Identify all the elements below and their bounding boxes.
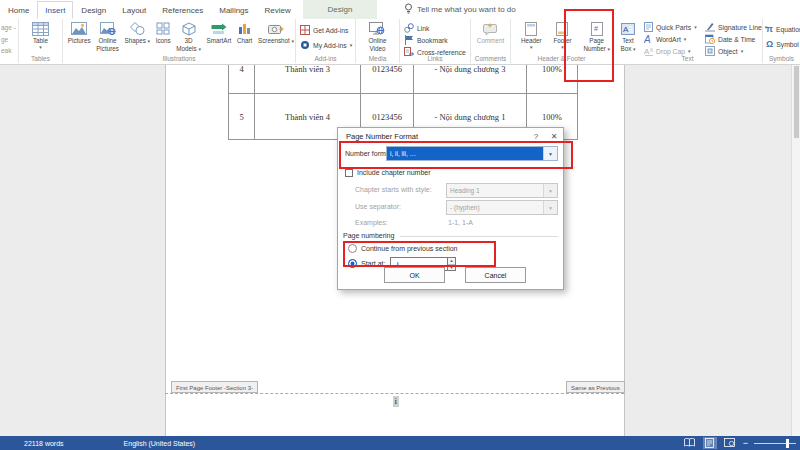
dropdown-arrow-icon: ▾	[530, 45, 533, 50]
smartart-button[interactable]: SmartArt	[207, 21, 232, 45]
tab-layout[interactable]: Layout	[114, 1, 154, 19]
pictures-button[interactable]: Pictures	[68, 21, 91, 45]
screenshot-button[interactable]: Screenshot ▾	[258, 21, 294, 45]
header-button[interactable]: Header ▾	[521, 21, 542, 50]
group-label-symbols: Symbols	[763, 55, 800, 62]
web-layout-icon	[724, 438, 735, 448]
help-icon[interactable]: ?	[527, 132, 545, 141]
tab-design[interactable]: Design	[73, 1, 114, 19]
online-pictures-button[interactable]: Online Pictures	[96, 21, 119, 52]
equation-button[interactable]: π Equation	[766, 24, 800, 34]
close-icon[interactable]: ✕	[545, 132, 563, 141]
zoom-slider[interactable]	[754, 443, 796, 444]
screenshot-label: Screenshot	[258, 37, 290, 44]
3d-models-label-1: 3D	[185, 37, 193, 45]
dropdown-arrow-icon: ▾	[292, 38, 295, 44]
tab-references[interactable]: References	[154, 1, 211, 19]
continue-radio[interactable]	[348, 244, 357, 253]
quick-parts-button[interactable]: Quick Parts ▾	[644, 22, 697, 32]
dropdown-arrow-icon: ▾	[608, 46, 611, 52]
my-addins-label: My Add-ins	[313, 42, 347, 49]
spinner-down-icon[interactable]: ▼	[448, 265, 455, 271]
scrollbar-thumb[interactable]	[794, 66, 799, 138]
wordart-button[interactable]: A WordArt ▾	[644, 34, 697, 44]
group-header-footer: Header ▾ Footer ▾ # Page Number ▾ Header…	[511, 19, 613, 63]
bookmark-button[interactable]: Bookmark	[404, 35, 466, 45]
3d-models-icon	[182, 21, 196, 36]
date-time-button[interactable]: Date & Time	[705, 34, 767, 44]
print-layout-icon	[705, 438, 714, 449]
number-format-dropdown[interactable]: i, ii, iii, … ▼	[386, 146, 558, 161]
smartart-icon	[211, 21, 227, 36]
3d-models-button[interactable]: 3D Models ▾	[176, 21, 201, 52]
footer-page-number[interactable]: i	[393, 396, 399, 407]
page-number-icon: #	[591, 21, 603, 36]
online-pictures-icon	[100, 21, 116, 36]
cover-page-button[interactable]: age -	[1, 22, 16, 34]
read-mode-icon	[684, 438, 695, 448]
shapes-button[interactable]: Shapes ▾	[124, 21, 150, 45]
table-cell[interactable]: Thành viên 3	[255, 64, 361, 94]
signature-line-button[interactable]: Signature Line ▾	[705, 22, 767, 32]
group-comments: Comment Comments	[471, 19, 511, 63]
vertical-scrollbar[interactable]	[791, 64, 800, 436]
drop-cap-label: Drop Cap	[656, 48, 685, 55]
table-cell[interactable]: 4	[229, 64, 255, 94]
table-row: 4 Thành viên 3 0123456 - Nội dung chương…	[229, 64, 578, 94]
symbol-icon: Ω	[766, 39, 773, 49]
chapter-style-value: Heading 1	[447, 184, 543, 197]
icons-button[interactable]: Icons	[156, 21, 171, 45]
text-box-button[interactable]: A Text Box ▾	[620, 21, 635, 52]
tab-insert[interactable]: Insert	[37, 1, 73, 19]
web-layout-button[interactable]	[723, 437, 737, 449]
online-video-button[interactable]: Online Video	[368, 21, 386, 52]
read-mode-button[interactable]	[683, 437, 697, 449]
tab-header-footer-design[interactable]: Design	[303, 0, 377, 19]
zoom-out-icon[interactable]: −	[743, 439, 748, 448]
word-count[interactable]: 22118 words	[24, 440, 64, 447]
dropdown-arrow-icon: ▾	[39, 45, 42, 50]
start-at-radio[interactable]	[348, 259, 357, 268]
page-break-button[interactable]: eak	[1, 45, 16, 57]
table-cell[interactable]: 5	[229, 94, 255, 140]
include-chapter-checkbox[interactable]	[345, 169, 353, 177]
online-video-label-2: Video	[369, 45, 385, 53]
page-number-button[interactable]: # Page Number ▾	[583, 21, 610, 52]
separator-label: Use separator:	[355, 203, 401, 210]
online-pictures-label-1: Online	[98, 37, 116, 45]
text-box-label-2: Box	[620, 45, 631, 52]
my-addins-button[interactable]: My Add-ins ▾	[300, 40, 352, 50]
dialog-titlebar: Page Number Format ? ✕	[338, 128, 563, 145]
tell-me-box[interactable]: Tell me what you want to do	[404, 0, 516, 19]
link-icon	[404, 23, 414, 34]
symbol-button[interactable]: Ω Symbol	[766, 39, 800, 49]
dropdown-arrow-icon: ▾	[694, 25, 697, 30]
text-box-icon: A	[621, 21, 635, 36]
date-time-label: Date & Time	[718, 36, 755, 43]
table-cell[interactable]: - Nội dung chương 3	[414, 64, 527, 94]
status-bar: 22118 words English (United States) −	[0, 436, 800, 450]
get-addins-button[interactable]: Get Add-ins	[300, 25, 352, 35]
footer-button[interactable]: Footer ▾	[553, 21, 571, 50]
ok-button[interactable]: OK	[384, 267, 445, 283]
link-button[interactable]: Link	[404, 23, 466, 33]
group-label-addins: Add-ins	[296, 55, 355, 62]
chart-label: Chart	[237, 37, 252, 45]
chart-button[interactable]: Chart	[237, 21, 252, 45]
tab-review[interactable]: Review	[257, 1, 299, 19]
cancel-button[interactable]: Cancel	[465, 267, 526, 283]
tab-mailings[interactable]: Mailings	[211, 1, 256, 19]
tab-home[interactable]: Home	[0, 1, 37, 19]
table-cell[interactable]: 0123456	[361, 64, 414, 94]
table-button[interactable]: Table ▾	[32, 21, 49, 50]
table-cell[interactable]: 100%	[527, 64, 578, 94]
language-status[interactable]: English (United States)	[124, 440, 196, 447]
chapter-style-label: Chapter starts with style:	[355, 186, 432, 193]
start-at-spinner[interactable]: ▲ ▼	[447, 257, 456, 271]
group-links: Link Bookmark Cross-reference Links	[400, 19, 471, 63]
group-label-text: Text	[613, 55, 762, 62]
print-layout-button[interactable]	[703, 437, 717, 449]
zoom-slider-thumb[interactable]	[786, 439, 789, 448]
blank-page-button[interactable]: ge	[1, 34, 16, 46]
text-box-label-1: Text	[622, 37, 634, 45]
